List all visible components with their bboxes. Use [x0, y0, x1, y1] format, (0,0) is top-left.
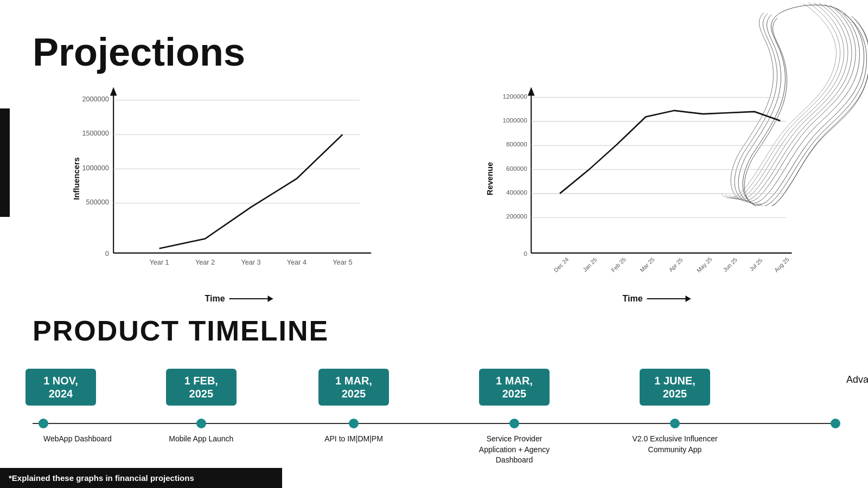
svg-text:Jun 25: Jun 25: [722, 256, 738, 273]
timeline-section: PRODUCT TIMELINE 1 NOV,2024 WebApp Dashb…: [0, 314, 868, 488]
timeline-dot-4: [670, 419, 680, 428]
svg-text:Revenue: Revenue: [486, 162, 494, 196]
footer-note: *Explained these graphs in financial pro…: [0, 468, 282, 488]
svg-text:Apr 25: Apr 25: [667, 256, 684, 273]
svg-text:Feb 25: Feb 25: [610, 256, 627, 273]
svg-marker-1: [110, 87, 117, 96]
timeline-line-area: 1 NOV,2024 WebApp Dashboard 1 FEB,2025 M…: [33, 358, 835, 466]
svg-text:Aug 25: Aug 25: [773, 256, 790, 273]
svg-text:Year 4: Year 4: [287, 259, 307, 266]
chart1-x-label: Time: [205, 294, 272, 304]
svg-text:0: 0: [105, 250, 109, 258]
svg-text:1200000: 1200000: [503, 93, 527, 100]
timeline-label-0: WebApp Dashboard: [43, 434, 130, 445]
timeline-dot-end: [831, 419, 840, 428]
svg-text:Mar 25: Mar 25: [639, 256, 656, 273]
svg-text:2000000: 2000000: [82, 95, 108, 103]
svg-text:Influencers: Influencers: [72, 157, 81, 200]
svg-text:200000: 200000: [506, 213, 527, 220]
timeline-title: PRODUCT TIMELINE: [33, 314, 329, 347]
revenue-chart: 1200000 1000000 800000 600000 400000 200…: [450, 81, 835, 320]
svg-text:Jan 25: Jan 25: [582, 256, 598, 273]
svg-text:400000: 400000: [506, 189, 527, 196]
timeline-line: [33, 423, 835, 424]
svg-text:600000: 600000: [506, 165, 527, 172]
timeline-dot-3: [509, 419, 519, 428]
svg-text:0: 0: [524, 250, 527, 257]
timeline-dot-2: [349, 419, 359, 428]
svg-text:Year 3: Year 3: [241, 259, 260, 266]
svg-text:Year 5: Year 5: [333, 259, 352, 266]
svg-text:Jul 25: Jul 25: [748, 257, 763, 272]
timeline-card-0: 1 NOV,2024: [25, 369, 96, 406]
svg-text:Dec 24: Dec 24: [552, 256, 570, 273]
timeline-label-3: Service Provider Application + Agency Da…: [471, 434, 558, 466]
timeline-label-2: API to IM|DM|PM: [324, 434, 383, 445]
timeline-label-1: Mobile App Launch: [169, 434, 233, 445]
timeline-dot-0: [39, 419, 48, 428]
svg-text:May 25: May 25: [695, 255, 713, 273]
chart2-x-label: Time: [622, 294, 690, 304]
svg-text:800000: 800000: [506, 140, 527, 147]
svg-marker-19: [528, 87, 535, 96]
timeline-card-2: 1 MAR,2025: [318, 369, 389, 406]
timeline-label-4: V2.0 Exclusive Influencer Community App: [626, 434, 724, 455]
svg-text:1500000: 1500000: [82, 130, 108, 137]
svg-text:Year 1: Year 1: [150, 259, 169, 266]
svg-text:500000: 500000: [86, 198, 108, 206]
svg-text:1000000: 1000000: [503, 117, 527, 124]
left-accent-bar: [0, 108, 10, 217]
charts-area: 2000000 1500000 1000000 500000 0 Year 1 …: [33, 81, 835, 320]
page-title: Projections: [33, 33, 245, 72]
timeline-card-3: 1 MAR,2025: [479, 369, 550, 406]
influencers-chart: 2000000 1500000 1000000 500000 0 Year 1 …: [33, 81, 418, 320]
svg-text:1000000: 1000000: [82, 164, 108, 172]
timeline-card-1: 1 FEB,2025: [166, 369, 237, 406]
svg-text:Year 2: Year 2: [195, 259, 215, 266]
timeline-dot-1: [196, 419, 206, 428]
timeline-card-4: 1 JUNE,2025: [640, 369, 710, 406]
